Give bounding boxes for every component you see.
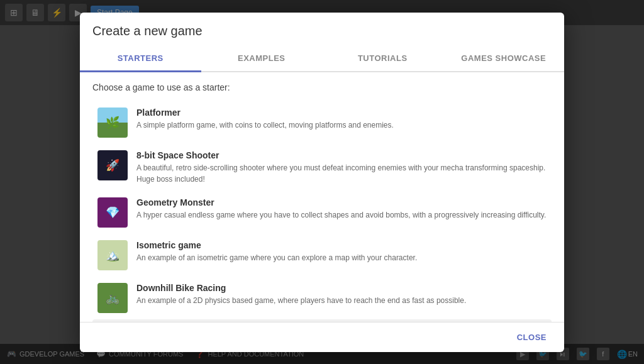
- game-desc-isometric: An example of an isometric game where yo…: [136, 252, 547, 263]
- choose-label: Choose a game to use as a starter:: [92, 82, 552, 92]
- game-info-isometric: Isometric game An example of an isometri…: [136, 240, 547, 263]
- tab-tutorials[interactable]: TUTORIALS: [322, 46, 443, 71]
- game-list: Platformer A simple platform game, with …: [92, 101, 552, 322]
- game-thumb-platformer: [97, 108, 128, 138]
- game-item-platformer[interactable]: Platformer A simple platform game, with …: [92, 101, 552, 144]
- game-thumb-geometry: [97, 197, 128, 228]
- tab-examples[interactable]: EXAMPLES: [201, 46, 323, 71]
- game-info-downhill: Downhill Bike Racing An example of a 2D …: [136, 283, 547, 306]
- game-desc-geometry: A hyper casual endless game where you ha…: [136, 209, 547, 221]
- game-item-isometric[interactable]: Isometric game An example of an isometri…: [92, 234, 552, 277]
- modal-title: Create a new game: [92, 24, 552, 38]
- game-name-downhill: Downhill Bike Racing: [136, 283, 547, 293]
- modal-footer: CLOSE: [80, 322, 564, 352]
- game-item-space-shooter[interactable]: 8-bit Space Shooter A beautiful, retro s…: [92, 144, 552, 191]
- close-button[interactable]: CLOSE: [509, 329, 554, 346]
- game-thumb-downhill: [97, 283, 128, 313]
- tab-games-showcase[interactable]: GAMES SHOWCASE: [443, 46, 565, 71]
- game-info-space: 8-bit Space Shooter A beautiful, retro s…: [136, 150, 547, 185]
- tabs-bar: STARTERS EXAMPLES TUTORIALS GAMES SHOWCA…: [80, 46, 564, 72]
- game-item-geometry-monster[interactable]: Geometry Monster A hyper casual endless …: [92, 191, 552, 234]
- game-name-isometric: Isometric game: [136, 240, 547, 250]
- create-game-modal: Create a new game STARTERS EXAMPLES TUTO…: [80, 13, 564, 352]
- game-thumb-isometric: [97, 240, 128, 270]
- modal-content: Choose a game to use as a starter: Platf…: [80, 72, 564, 322]
- modal-header: Create a new game: [80, 13, 564, 46]
- game-name-platformer: Platformer: [136, 108, 547, 118]
- game-desc-space: A beautiful, retro side-scrolling shoote…: [136, 162, 547, 185]
- game-name-space: 8-bit Space Shooter: [136, 150, 547, 160]
- game-thumb-space: [97, 150, 128, 180]
- game-desc-downhill: An example of a 2D physics based game, w…: [136, 295, 547, 306]
- modal-overlay: Create a new game STARTERS EXAMPLES TUTO…: [0, 0, 644, 364]
- game-name-geometry: Geometry Monster: [136, 197, 547, 207]
- game-desc-platformer: A simple platform game, with coins to co…: [136, 119, 547, 131]
- game-info-platformer: Platformer A simple platform game, with …: [136, 108, 547, 131]
- tab-starters[interactable]: STARTERS: [80, 46, 201, 72]
- game-item-downhill[interactable]: Downhill Bike Racing An example of a 2D …: [92, 277, 552, 319]
- game-info-geometry: Geometry Monster A hyper casual endless …: [136, 197, 547, 221]
